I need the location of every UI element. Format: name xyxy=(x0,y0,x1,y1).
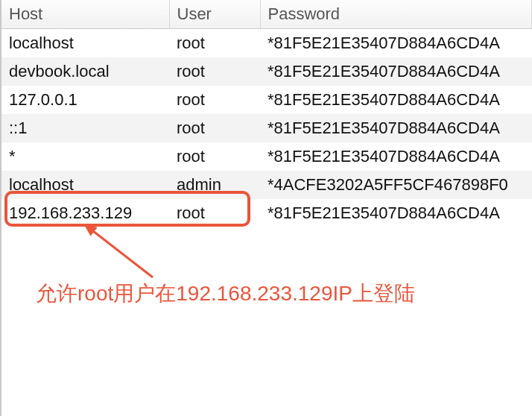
cell-password: *81F5E21E35407D884A6CD4A xyxy=(260,199,532,227)
column-header-password[interactable]: Password xyxy=(260,0,532,29)
column-header-user[interactable]: User xyxy=(169,0,260,29)
table-row[interactable]: * root *81F5E21E35407D884A6CD4A xyxy=(1,142,532,171)
cell-password: *4ACFE3202A5FF5CF467898F0 xyxy=(260,171,532,199)
cell-password: *81F5E21E35407D884A6CD4A xyxy=(260,29,532,58)
cell-host: 192.168.233.129 xyxy=(1,199,169,227)
cell-user: root xyxy=(169,29,260,58)
cell-password: *81F5E21E35407D884A6CD4A xyxy=(260,57,532,86)
cell-user: root xyxy=(169,86,260,114)
cell-host: devbook.local xyxy=(1,57,169,86)
cell-host: ::1 xyxy=(1,114,169,142)
cell-user: root xyxy=(169,199,260,227)
cell-password: *81F5E21E35407D884A6CD4A xyxy=(260,142,532,171)
cell-host: localhost xyxy=(1,29,169,58)
cell-user: admin xyxy=(169,171,260,199)
table-row[interactable]: localhost root *81F5E21E35407D884A6CD4A xyxy=(1,29,532,58)
table-row[interactable]: ::1 root *81F5E21E35407D884A6CD4A xyxy=(1,114,532,142)
user-host-table[interactable]: Host User Password localhost root *81F5E… xyxy=(1,0,532,227)
cell-password: *81F5E21E35407D884A6CD4A xyxy=(260,114,532,142)
cell-host: * xyxy=(1,142,169,171)
cell-password: *81F5E21E35407D884A6CD4A xyxy=(260,86,532,114)
cell-user: root xyxy=(169,114,260,142)
svg-line-1 xyxy=(93,231,153,277)
cell-user: root xyxy=(169,142,260,171)
cell-host: 127.0.0.1 xyxy=(1,86,169,114)
table-row[interactable]: localhost admin *4ACFE3202A5FF5CF467898F… xyxy=(1,171,532,199)
cell-user: root xyxy=(169,57,260,86)
table-row[interactable]: devbook.local root *81F5E21E35407D884A6C… xyxy=(1,57,532,86)
table-row[interactable]: 127.0.0.1 root *81F5E21E35407D884A6CD4A xyxy=(1,86,532,114)
cell-host: localhost xyxy=(1,171,169,199)
arrow-icon xyxy=(82,225,164,285)
table-header-row: Host User Password xyxy=(1,0,532,29)
annotation-text: 允许root用户在192.168.233.129IP上登陆 xyxy=(36,280,415,308)
column-header-host[interactable]: Host xyxy=(1,0,169,29)
table-row[interactable]: 192.168.233.129 root *81F5E21E35407D884A… xyxy=(1,199,532,227)
